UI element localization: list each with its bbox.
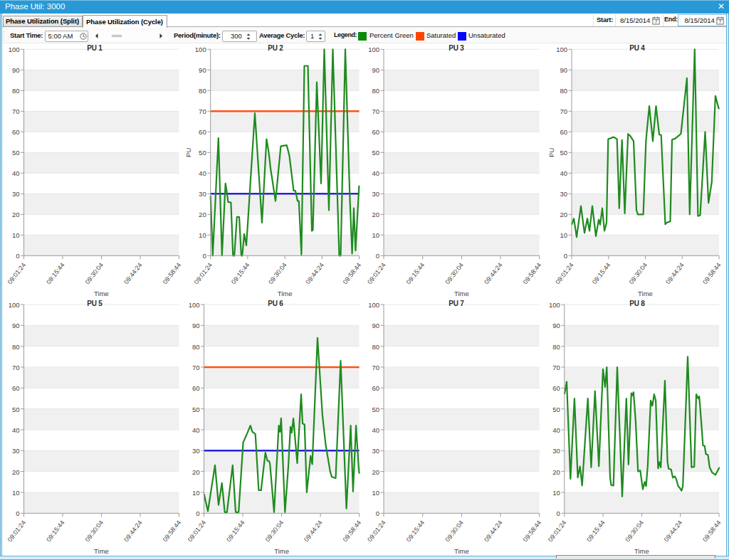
svg-text:09:58:44: 09:58:44	[342, 261, 362, 285]
svg-text:Time: Time	[278, 290, 293, 297]
svg-text:PU 1: PU 1	[87, 44, 103, 52]
svg-text:100: 100	[195, 46, 206, 53]
svg-text:20: 20	[199, 211, 206, 218]
svg-text:09:58:44: 09:58:44	[522, 519, 542, 543]
svg-text:10: 10	[199, 231, 206, 239]
svg-text:PU 5: PU 5	[87, 300, 103, 307]
svg-text:70: 70	[372, 107, 379, 115]
svg-text:09:15:44: 09:15:44	[591, 261, 612, 285]
svg-text:70: 70	[12, 364, 20, 371]
svg-text:60: 60	[12, 384, 20, 392]
svg-text:0: 0	[557, 509, 560, 517]
svg-text:100: 100	[9, 46, 20, 53]
svg-text:09:30:04: 09:30:04	[444, 519, 465, 543]
svg-text:90: 90	[12, 322, 20, 329]
svg-text:80: 80	[199, 87, 206, 95]
svg-text:09:58:44: 09:58:44	[701, 261, 722, 285]
svg-text:70: 70	[199, 107, 206, 115]
svg-text:Time: Time	[454, 290, 469, 297]
svg-text:100: 100	[368, 301, 379, 309]
svg-text:70: 70	[552, 364, 560, 371]
svg-text:09:44:24: 09:44:24	[483, 261, 503, 285]
svg-text:09:44:24: 09:44:24	[122, 261, 143, 285]
svg-text:90: 90	[372, 322, 379, 329]
svg-text:10: 10	[372, 489, 379, 497]
svg-text:60: 60	[552, 384, 560, 392]
svg-text:30: 30	[12, 190, 20, 198]
svg-text:50: 50	[199, 149, 206, 157]
svg-text:20: 20	[372, 468, 379, 476]
svg-text:50: 50	[12, 406, 20, 413]
svg-text:60: 60	[372, 384, 379, 392]
svg-text:PU 8: PU 8	[629, 300, 645, 307]
svg-text:20: 20	[552, 468, 560, 476]
svg-text:20: 20	[192, 468, 200, 476]
svg-text:PU 3: PU 3	[449, 44, 464, 52]
svg-text:09:01:24: 09:01:24	[366, 519, 387, 543]
svg-text:0: 0	[202, 252, 206, 260]
svg-text:90: 90	[552, 322, 560, 329]
svg-text:09:30:04: 09:30:04	[628, 261, 649, 285]
svg-text:0: 0	[376, 509, 379, 517]
svg-text:Time: Time	[94, 290, 109, 297]
svg-text:PU 7: PU 7	[449, 300, 464, 307]
svg-text:09:30:04: 09:30:04	[84, 519, 105, 543]
svg-text:09:30:04: 09:30:04	[267, 261, 288, 285]
svg-text:20: 20	[12, 468, 20, 476]
svg-text:40: 40	[552, 426, 560, 434]
svg-text:40: 40	[199, 169, 206, 177]
svg-text:90: 90	[560, 66, 567, 74]
svg-text:09:44:24: 09:44:24	[483, 519, 503, 543]
svg-text:70: 70	[192, 364, 200, 371]
svg-text:09:01:24: 09:01:24	[554, 261, 575, 285]
svg-text:09:01:24: 09:01:24	[366, 261, 387, 285]
svg-text:80: 80	[372, 343, 379, 351]
svg-text:Time: Time	[454, 547, 469, 555]
svg-text:09:44:24: 09:44:24	[305, 261, 325, 285]
svg-text:30: 30	[199, 190, 206, 198]
svg-text:50: 50	[560, 149, 567, 157]
svg-text:09:44:24: 09:44:24	[663, 519, 683, 543]
svg-text:10: 10	[560, 231, 567, 239]
svg-text:90: 90	[192, 322, 200, 329]
svg-text:09:58:44: 09:58:44	[701, 519, 722, 543]
svg-text:100: 100	[9, 301, 20, 309]
svg-text:90: 90	[199, 66, 206, 74]
svg-text:PU: PU	[184, 148, 192, 157]
svg-text:80: 80	[372, 87, 379, 95]
svg-text:80: 80	[12, 343, 20, 351]
svg-text:09:30:04: 09:30:04	[624, 519, 645, 543]
svg-text:40: 40	[12, 169, 20, 177]
svg-text:60: 60	[12, 128, 20, 136]
svg-text:09:15:44: 09:15:44	[230, 261, 251, 285]
svg-text:80: 80	[552, 343, 560, 351]
svg-text:20: 20	[560, 211, 567, 218]
svg-text:09:30:04: 09:30:04	[84, 261, 105, 285]
svg-text:40: 40	[560, 169, 567, 177]
svg-text:Time: Time	[634, 547, 649, 555]
svg-text:10: 10	[12, 231, 20, 239]
svg-text:30: 30	[12, 447, 20, 455]
svg-text:90: 90	[372, 66, 379, 74]
svg-text:30: 30	[552, 447, 560, 455]
svg-text:PU 4: PU 4	[629, 44, 645, 52]
svg-text:09:30:04: 09:30:04	[444, 261, 465, 285]
svg-text:09:01:24: 09:01:24	[6, 519, 27, 543]
svg-text:09:44:24: 09:44:24	[664, 261, 685, 285]
svg-text:09:15:44: 09:15:44	[405, 519, 426, 543]
svg-text:Time: Time	[274, 547, 289, 555]
svg-text:09:58:44: 09:58:44	[522, 261, 542, 285]
svg-text:70: 70	[560, 107, 567, 115]
svg-text:09:01:24: 09:01:24	[547, 519, 567, 543]
svg-text:09:44:24: 09:44:24	[303, 519, 323, 543]
svg-text:30: 30	[560, 190, 567, 198]
svg-text:0: 0	[376, 252, 379, 260]
svg-text:0: 0	[564, 252, 567, 260]
svg-text:80: 80	[12, 87, 20, 95]
svg-text:30: 30	[372, 447, 379, 455]
svg-text:09:15:44: 09:15:44	[405, 261, 426, 285]
svg-text:90: 90	[12, 66, 20, 74]
svg-text:60: 60	[199, 128, 206, 136]
svg-text:10: 10	[372, 231, 379, 239]
svg-text:09:15:44: 09:15:44	[585, 519, 606, 543]
